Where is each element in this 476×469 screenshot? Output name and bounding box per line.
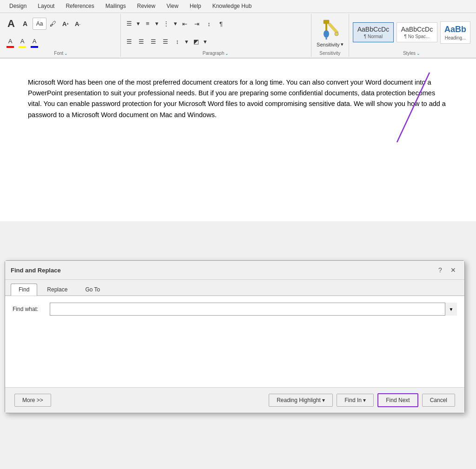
dialog-tab-bar: Find Replace Go To [5, 280, 464, 296]
line-spacing-dropdown[interactable]: ▾ [184, 37, 190, 47]
sensitivity-btn[interactable]: Sensitivity ▾ [317, 41, 344, 47]
dialog-help-btn[interactable]: ? [435, 264, 446, 276]
find-replace-dialog: Find and Replace ? ✕ Find Replace Go To … [5, 260, 465, 413]
font-color-2-btn[interactable]: A [29, 37, 40, 46]
find-input-wrapper: ▼ [50, 303, 457, 316]
align-center-btn[interactable]: ☰ [136, 37, 147, 47]
style-no-spacing[interactable]: AaBbCcDc ¶ No Spac... [397, 22, 437, 42]
styles-group-label: Styles ⌄ [353, 50, 470, 56]
style-no-spacing-label: ¶ No Spac... [404, 34, 430, 39]
tab-view[interactable]: View [161, 0, 184, 13]
font-decrease-btn[interactable]: A- [72, 19, 83, 29]
font-size-large-btn[interactable]: A [5, 17, 18, 30]
dialog-tab-goto[interactable]: Go To [77, 284, 108, 295]
tab-review[interactable]: Review [132, 0, 161, 13]
ribbon: Design Layout References Mailings Review… [0, 0, 476, 59]
cancel-btn[interactable]: Cancel [422, 394, 455, 407]
sort-btn[interactable]: ↕ [204, 19, 215, 29]
reading-highlight-btn[interactable]: Reading Highlight ▾ [269, 394, 333, 407]
numbered-list-btn[interactable]: ≡ [142, 18, 153, 28]
align-right-btn[interactable]: ☰ [148, 37, 159, 47]
more-btn[interactable]: More >> [14, 394, 51, 407]
dialog-tab-replace[interactable]: Replace [39, 284, 75, 295]
font-group-expand-icon[interactable]: ⌄ [64, 51, 68, 56]
ribbon-tab-bar: Design Layout References Mailings Review… [0, 0, 476, 13]
document-area: Microsoft Word has been one of the most … [0, 59, 476, 221]
find-in-btn[interactable]: Find In ▾ [337, 394, 374, 407]
align-left-btn[interactable]: ☰ [124, 37, 135, 47]
svg-rect-0 [324, 20, 329, 24]
tab-layout[interactable]: Layout [32, 0, 60, 13]
paragraph-group-label: Paragraph ⌄ [124, 50, 308, 56]
sensitivity-icon [320, 19, 340, 40]
style-heading-preview: AaBb [444, 25, 466, 34]
paragraph-group-expand-icon[interactable]: ⌄ [225, 51, 229, 56]
clear-format-btn[interactable]: 🖋 [47, 19, 59, 29]
style-heading-label: Heading... [445, 35, 466, 40]
text-highlight-btn[interactable]: A [17, 37, 28, 46]
sensitivity-group: Sensitivity ▾ Sensitivity [311, 14, 349, 57]
tab-design[interactable]: Design [4, 0, 32, 13]
find-what-label: Find what: [13, 306, 45, 312]
dialog-empty-area [13, 320, 457, 381]
document-body-text: Microsoft Word has been one of the most … [28, 77, 448, 120]
increase-indent-btn[interactable]: ⇥ [192, 19, 203, 29]
style-no-spacing-preview: AaBbCcDc [401, 26, 433, 33]
svg-point-4 [335, 32, 338, 36]
dialog-title-bar: Find and Replace ? ✕ [5, 261, 464, 280]
multilevel-list-btn[interactable]: ⋮ [161, 18, 172, 28]
style-heading[interactable]: AaBb Heading... [440, 21, 470, 44]
dialog-footer: More >> Reading Highlight ▾ Find In ▾ Fi… [5, 387, 464, 413]
font-size-selector[interactable]: Aa [33, 18, 46, 30]
dialog-close-btn[interactable]: ✕ [448, 264, 459, 276]
font-size-small-btn[interactable]: A [19, 17, 32, 30]
bullet-list-btn[interactable]: ☰ [124, 18, 135, 28]
decrease-indent-btn[interactable]: ⇤ [179, 19, 191, 29]
style-normal-preview: AaBbCcDc [357, 26, 389, 33]
style-normal[interactable]: AaBbCcDc ¶ Normal [353, 22, 394, 42]
find-dropdown-btn[interactable]: ▼ [445, 303, 457, 316]
bullet-list-dropdown[interactable]: ▾ [136, 18, 141, 28]
dialog-body: Find what: ▼ [5, 296, 464, 387]
font-group-label: Font ⌄ [5, 50, 118, 56]
dialog-tab-find[interactable]: Find [11, 284, 37, 296]
dialog-controls: ? ✕ [435, 264, 459, 276]
line-spacing-btn[interactable]: ↕ [172, 37, 183, 47]
list-group: ☰ ▾ ≡ ▾ ⋮ ▾ ⇤ ⇥ ↕ ¶ ☰ ☰ ☰ [121, 14, 311, 57]
paragraph-mark-btn[interactable]: ¶ [216, 19, 227, 29]
svg-point-2 [324, 30, 329, 38]
tab-mailings[interactable]: Mailings [100, 0, 132, 13]
find-what-input[interactable] [50, 303, 457, 316]
sensitivity-group-label: Sensitivity [319, 50, 340, 56]
styles-group: AaBbCcDc ¶ Normal AaBbCcDc ¶ No Spac... … [349, 14, 474, 57]
tab-help[interactable]: Help [184, 0, 207, 13]
find-what-row: Find what: ▼ [13, 303, 457, 316]
tab-references[interactable]: References [60, 0, 99, 13]
styles-group-expand-icon[interactable]: ⌄ [416, 51, 420, 56]
dialog-title-text: Find and Replace [11, 267, 61, 274]
multilevel-dropdown[interactable]: ▾ [173, 18, 178, 28]
font-group: A A Aa 🖋 A+ A- A A [2, 14, 121, 57]
font-color-btn[interactable]: A [5, 37, 16, 46]
shading-btn[interactable]: ◩ [191, 37, 202, 47]
justify-btn[interactable]: ☰ [160, 37, 171, 47]
style-normal-label: ¶ Normal [364, 34, 383, 39]
find-next-btn[interactable]: Find Next [377, 393, 418, 407]
borders-btn[interactable]: ▾ [203, 37, 208, 47]
font-increase-btn[interactable]: A+ [60, 19, 71, 29]
ribbon-content-area: A A Aa 🖋 A+ A- A A [0, 13, 476, 59]
tab-knowledge-hub[interactable]: Knowledge Hub [207, 0, 258, 13]
numbered-list-dropdown[interactable]: ▾ [154, 18, 160, 28]
